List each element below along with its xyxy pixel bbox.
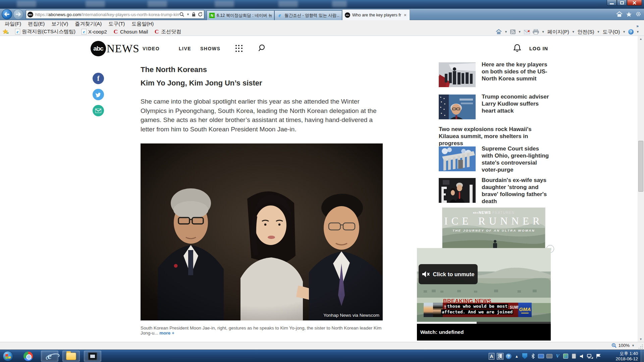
menu-edit[interactable]: 편집(E) [26, 21, 50, 27]
navigation-bar: abc https://abcnews.go.com/International… [0, 9, 644, 20]
favorite-chosun-mail[interactable]: C Chosun Mail [110, 29, 151, 35]
add-favorite-button[interactable] [0, 29, 12, 35]
zoom-control[interactable]: 100% ▼ [611, 343, 635, 348]
favorite-remote-support[interactable]: e 원격지원(CTS시스템팀) [12, 28, 78, 35]
zoom-level: 100% [619, 343, 630, 348]
facebook-share-button[interactable]: f [93, 73, 104, 84]
nav-shows[interactable]: SHOWS [200, 46, 220, 51]
favorites-star-icon[interactable] [626, 11, 632, 17]
help-icon[interactable]: ? [628, 29, 634, 35]
vertical-scrollbar[interactable]: ▲ ▼ [638, 36, 644, 342]
overflow-chevron-icon[interactable]: » [636, 24, 639, 28]
scroll-down-icon[interactable]: ▼ [638, 336, 644, 342]
tray-help-icon[interactable]: ? [506, 354, 512, 359]
promo-abc: abc [473, 211, 479, 214]
taskbar-clock[interactable]: 오후 1:40 2018-06-12 [616, 351, 638, 361]
login-button[interactable]: LOG IN [529, 46, 548, 51]
twitter-share-button[interactable] [93, 89, 104, 100]
second-display-icon[interactable] [546, 353, 552, 360]
ice-runner-promo[interactable]: abcNEWS FEATURES ICE RUNNER THE JOURNEY … [442, 207, 545, 249]
scroll-up-icon[interactable]: ▲ [638, 36, 644, 42]
watch-title-bar: Watch: undefined [417, 324, 551, 341]
volume-icon[interactable] [579, 353, 585, 360]
tab-close-icon[interactable]: × [403, 12, 407, 18]
help-dropdown-icon[interactable]: ▼ [636, 30, 639, 34]
unmute-button[interactable]: Click to unmute [419, 264, 478, 284]
close-button[interactable] [627, 0, 642, 6]
internet-explorer-icon: e [48, 351, 52, 361]
page-menu[interactable]: 페이지(P) [547, 29, 569, 35]
clipboard-utility-icon[interactable] [571, 353, 577, 360]
promo-news: NEWS [479, 210, 491, 215]
watch-title: Watch: undefined [420, 329, 464, 335]
video-player-overlay[interactable]: Click to unmute BREAKING NEWS TRUMP & KI… [417, 248, 551, 341]
menu-tools[interactable]: 도구(T) [107, 21, 130, 27]
story-thumbnail [439, 146, 476, 171]
maximize-button[interactable] [617, 0, 627, 6]
settings-gear-icon[interactable] [635, 11, 641, 17]
search-icon[interactable] [179, 12, 184, 17]
minimize-button[interactable] [607, 0, 617, 6]
refresh-icon[interactable] [198, 12, 203, 17]
start-button[interactable] [3, 351, 13, 361]
taskbar-app-window[interactable] [84, 351, 101, 362]
section-heading: The North Koreans [141, 65, 207, 74]
caption-more-link[interactable]: more + [159, 330, 174, 336]
favorite-chosun-com[interactable]: C 조선닷컴 [151, 28, 184, 35]
nav-live[interactable]: LIVE [179, 46, 191, 51]
ime-hanja-button[interactable]: 漢 [497, 353, 503, 360]
site-search-icon[interactable] [258, 44, 266, 52]
apps-grid-icon[interactable] [235, 45, 243, 52]
address-bar[interactable]: abc https://abcnews.go.com/International… [26, 10, 204, 19]
read-mail-icon[interactable] [524, 30, 530, 34]
safety-dropdown-icon[interactable]: ▼ [597, 30, 600, 34]
abc-news-logo[interactable]: abc NEWS [91, 41, 140, 56]
taskbar-chrome[interactable] [19, 351, 37, 362]
windows-logo-icon [5, 354, 11, 359]
feed-dropdown-icon[interactable]: ▼ [518, 30, 521, 34]
home-icon[interactable] [616, 11, 623, 17]
email-share-button[interactable] [93, 105, 104, 116]
promo-title: ICE RUNNER [442, 215, 545, 227]
network-icon[interactable] [587, 353, 593, 360]
nav-video[interactable]: VIDEO [143, 46, 160, 51]
display-settings-icon[interactable] [538, 353, 544, 360]
tab-monthly-chosun[interactable]: e 월간조선 - 영향력 있는 사람... [274, 10, 342, 20]
map-utility-icon[interactable] [563, 353, 569, 360]
tab-abc-news-active[interactable]: abc Who are the key players fr... × [342, 9, 410, 20]
search-dropdown-icon[interactable]: ▼ [186, 13, 190, 16]
tab-naver-news[interactable]: N 6.12 북미정상회담 : 네이버 뉴... [207, 10, 274, 20]
menu-favorites[interactable]: 즐겨찾기(A) [73, 21, 107, 27]
show-desktop-button[interactable] [641, 350, 644, 362]
menu-view[interactable]: 보기(V) [50, 21, 73, 27]
ime-language-button[interactable]: A [489, 353, 494, 360]
back-button[interactable] [2, 9, 12, 19]
v3-antivirus-icon[interactable]: V [555, 353, 560, 360]
taskbar-internet-explorer[interactable]: e [41, 351, 58, 362]
home-dropdown-icon[interactable]: ▼ [504, 30, 507, 34]
titlebar-ghost [148, 1, 167, 7]
action-center-shield-icon[interactable] [522, 353, 528, 360]
notifications-bell-icon[interactable] [513, 44, 521, 53]
tools-dropdown-icon[interactable]: ▼ [623, 30, 626, 34]
print-icon[interactable] [533, 29, 539, 35]
home-icon[interactable] [496, 29, 502, 35]
scrollbar-thumb[interactable] [638, 141, 643, 192]
favorite-label: Chosun Mail [120, 29, 148, 35]
tools-menu[interactable]: 도구(O) [602, 29, 620, 35]
language-flag-icon[interactable] [595, 353, 601, 360]
favorite-xcoop2[interactable]: e X-coop2 [78, 29, 110, 35]
print-dropdown-icon[interactable]: ▼ [542, 30, 545, 34]
forward-button[interactable] [13, 9, 23, 19]
page-dropdown-icon[interactable]: ▼ [572, 30, 575, 34]
taskbar-file-explorer[interactable] [62, 351, 80, 362]
rss-feed-icon[interactable] [510, 29, 516, 34]
closed-caption-line2: affected. And we are joined [441, 309, 513, 314]
zoom-dropdown-icon[interactable]: ▼ [632, 344, 635, 347]
menu-help[interactable]: 도움말(H) [130, 21, 159, 27]
menu-file[interactable]: 파일(F) [3, 21, 26, 27]
chosun-icon: C [113, 29, 118, 35]
tray-expand-icon[interactable]: ▲ [514, 353, 520, 360]
bluetooth-icon[interactable] [530, 353, 536, 360]
safety-menu[interactable]: 안전(S) [578, 29, 594, 35]
